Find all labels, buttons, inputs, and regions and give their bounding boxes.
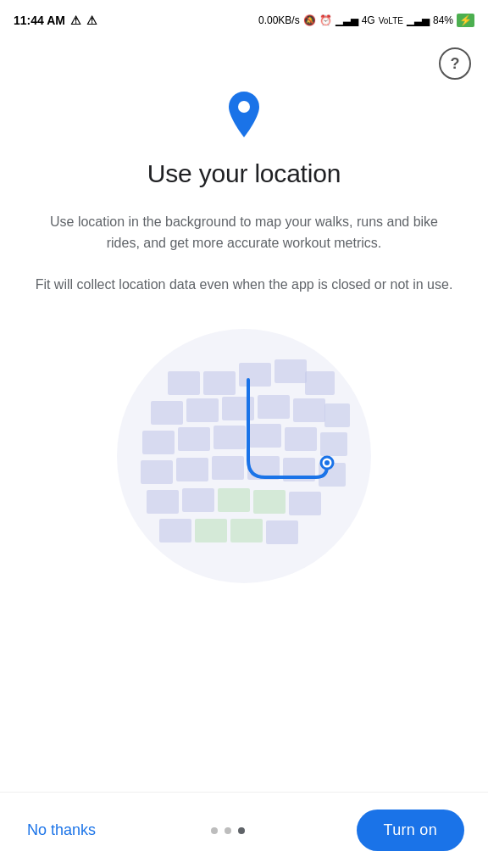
- svg-rect-16: [285, 427, 317, 451]
- help-button[interactable]: ?: [439, 47, 471, 80]
- location-icon-container: [222, 92, 266, 146]
- svg-rect-7: [186, 398, 219, 422]
- turn-on-button[interactable]: Turn on: [357, 810, 464, 851]
- pagination-dots: [211, 827, 245, 834]
- warning-icon-1: ⚠: [70, 14, 81, 27]
- bottom-bar: No thanks Turn on: [0, 792, 488, 868]
- warning-icon-2: ⚠: [86, 14, 97, 27]
- svg-rect-18: [141, 460, 173, 484]
- map-illustration: [108, 320, 380, 592]
- svg-rect-14: [214, 426, 246, 449]
- signal-bars: ▁▃▅: [336, 14, 358, 26]
- svg-rect-24: [147, 490, 179, 514]
- svg-rect-26: [218, 488, 250, 512]
- description-text-2: Fit will collect location data even when…: [36, 275, 453, 296]
- svg-rect-12: [142, 431, 175, 454]
- svg-rect-28: [289, 492, 321, 515]
- svg-rect-31: [230, 519, 263, 542]
- description-text-1: Use location in the background to map yo…: [34, 212, 454, 254]
- svg-rect-17: [320, 432, 347, 456]
- map-route-svg: [117, 329, 371, 583]
- status-left: 11:44 AM ⚠ ⚠: [14, 14, 97, 27]
- svg-rect-6: [151, 401, 183, 425]
- svg-rect-1: [168, 371, 200, 395]
- svg-rect-4: [274, 359, 307, 383]
- page-title: Use your location: [147, 159, 341, 188]
- battery-percent: 84%: [433, 14, 453, 26]
- svg-rect-19: [176, 458, 208, 481]
- dot-1: [211, 827, 218, 834]
- svg-rect-11: [324, 403, 350, 427]
- alarm-icon: ⏰: [319, 14, 332, 26]
- svg-rect-25: [182, 488, 214, 512]
- help-icon: ?: [451, 55, 460, 73]
- svg-point-34: [324, 460, 330, 465]
- location-pin-icon: [222, 92, 266, 142]
- svg-rect-13: [178, 427, 210, 451]
- svg-rect-20: [212, 456, 244, 480]
- svg-rect-9: [258, 395, 290, 419]
- time-display: 11:44 AM: [14, 14, 65, 27]
- signal-bars-2: ▁▃▅: [407, 14, 430, 26]
- svg-rect-15: [249, 424, 281, 448]
- network-type: 4G: [362, 14, 375, 26]
- mute-icon: 🔕: [303, 14, 316, 26]
- svg-rect-2: [203, 371, 236, 395]
- no-thanks-button[interactable]: No thanks: [24, 815, 99, 846]
- status-right: 0.00KB/s 🔕 ⏰ ▁▃▅ 4G VoLTE ▁▃▅ 84% ⚡: [258, 14, 474, 27]
- dot-3: [238, 827, 245, 834]
- svg-rect-29: [159, 519, 191, 542]
- status-bar: 11:44 AM ⚠ ⚠ 0.00KB/s 🔕 ⏰ ▁▃▅ 4G VoLTE ▁…: [0, 0, 488, 41]
- svg-rect-10: [293, 398, 325, 422]
- svg-rect-3: [239, 363, 271, 387]
- dot-2: [225, 827, 231, 834]
- battery-icon: ⚡: [457, 14, 474, 27]
- svg-rect-5: [305, 371, 335, 395]
- volte-icon: VoLTE: [379, 16, 403, 25]
- svg-point-0: [238, 101, 250, 113]
- svg-rect-30: [195, 519, 227, 542]
- help-button-container: ?: [0, 41, 488, 83]
- network-speed: 0.00KB/s: [258, 14, 300, 26]
- main-content: Use your location Use location in the ba…: [0, 83, 488, 617]
- svg-rect-27: [253, 490, 286, 514]
- svg-rect-32: [266, 520, 298, 544]
